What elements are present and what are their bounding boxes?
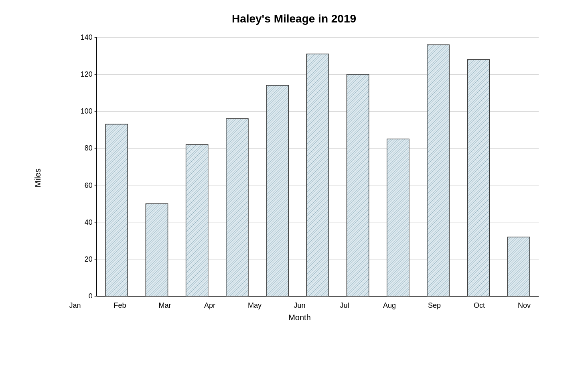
svg-rect-29	[146, 204, 168, 296]
chart-title: Haley's Mileage in 2019	[33, 12, 555, 25]
svg-text:80: 80	[85, 144, 93, 152]
x-label-oct: Oct	[457, 301, 502, 310]
svg-text:100: 100	[81, 107, 93, 115]
svg-rect-33	[306, 54, 328, 296]
svg-text:20: 20	[85, 255, 93, 263]
svg-rect-38	[507, 237, 529, 296]
svg-rect-35	[387, 139, 409, 296]
svg-text:0: 0	[89, 292, 93, 298]
x-label-mar: Mar	[142, 301, 187, 310]
svg-text:60: 60	[85, 181, 93, 189]
x-label-sep: Sep	[412, 301, 457, 310]
x-label-apr: Apr	[187, 301, 232, 310]
svg-text:140: 140	[81, 33, 93, 41]
y-axis-label: Miles	[33, 169, 43, 187]
chart-svg: 020406080100120140	[73, 33, 547, 298]
svg-rect-28	[105, 124, 128, 296]
x-label-nov: Nov	[502, 301, 547, 310]
svg-rect-34	[347, 74, 369, 296]
svg-rect-30	[186, 144, 208, 296]
chart-inner: 020406080100120140 JanFebMarAprMayJunJul…	[45, 33, 555, 322]
svg-rect-36	[427, 45, 449, 296]
x-label-may: May	[232, 301, 277, 310]
chart-container: Haley's Mileage in 2019 Miles 0204060801…	[33, 12, 555, 358]
svg-rect-32	[266, 85, 288, 296]
svg-text:120: 120	[81, 70, 93, 78]
svg-rect-37	[467, 59, 489, 296]
svg-rect-31	[226, 119, 248, 296]
x-axis-label: Month	[45, 313, 555, 322]
svg-text:40: 40	[85, 218, 93, 226]
chart-area: Miles 020406080100120140 JanFebMarAprMay…	[33, 33, 555, 322]
plot-wrapper: 020406080100120140	[73, 33, 547, 298]
x-label-jul: Jul	[322, 301, 367, 310]
x-label-feb: Feb	[97, 301, 142, 310]
x-label-aug: Aug	[367, 301, 412, 310]
x-label-jan: Jan	[53, 301, 97, 310]
x-label-jun: Jun	[277, 301, 322, 310]
x-labels: JanFebMarAprMayJunJulAugSepOctNov	[45, 298, 555, 310]
